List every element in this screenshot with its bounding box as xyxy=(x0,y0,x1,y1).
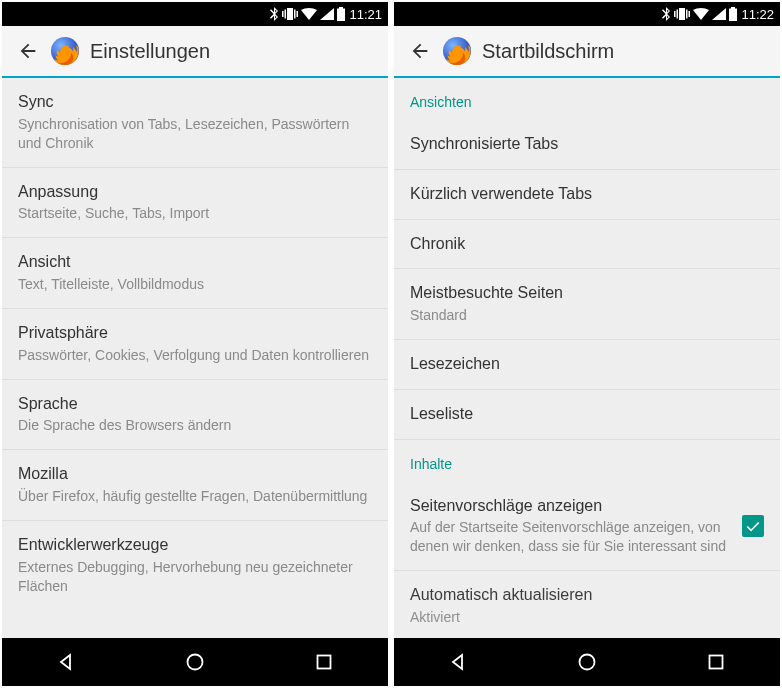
settings-item-sync[interactable]: Sync Synchronisation von Tabs, Lesezeich… xyxy=(2,78,388,168)
item-title: Sync xyxy=(18,92,372,113)
signal-icon xyxy=(320,8,334,20)
square-recent-icon xyxy=(707,653,725,671)
wifi-icon xyxy=(301,8,317,20)
nav-bar xyxy=(2,638,388,686)
item-sub: Standard xyxy=(410,306,764,325)
action-bar: Startbildschirm xyxy=(394,26,780,78)
svg-point-0 xyxy=(187,655,202,670)
nav-bar xyxy=(394,638,780,686)
view-item-meistbesuchte[interactable]: Meistbesuchte Seiten Standard xyxy=(394,269,780,340)
triangle-back-icon xyxy=(56,652,76,672)
item-sub: Externes Debugging, Hervorhebung neu gez… xyxy=(18,558,372,596)
arrow-left-icon xyxy=(409,40,431,62)
homescreen-list: Ansichten Synchronisierte Tabs Kürzlich … xyxy=(394,78,780,638)
status-time: 11:22 xyxy=(741,7,774,22)
item-title: Automatisch aktualisieren xyxy=(410,585,764,606)
section-header-inhalte: Inhalte xyxy=(394,440,780,482)
settings-item-entwickler[interactable]: Entwicklerwerkzeuge Externes Debugging, … xyxy=(2,521,388,610)
circle-home-icon xyxy=(185,652,205,672)
nav-recent-button[interactable] xyxy=(686,642,746,682)
nav-back-button[interactable] xyxy=(36,642,96,682)
item-sub: Die Sprache des Browsers ändern xyxy=(18,416,372,435)
item-sub: Aktiviert xyxy=(410,608,764,627)
vibrate-icon xyxy=(282,7,298,21)
status-icons xyxy=(661,7,737,21)
phone-right: 11:22 Startbildschirm Ansichten Synchron… xyxy=(394,2,780,686)
page-title: Startbildschirm xyxy=(482,40,614,63)
item-sub: Text, Titelleiste, Vollbildmodus xyxy=(18,275,372,294)
item-sub: Auf der Startseite Seitenvorschläge anze… xyxy=(410,518,734,556)
item-sub: Startseite, Suche, Tabs, Import xyxy=(18,204,372,223)
nav-home-button[interactable] xyxy=(165,642,225,682)
back-button[interactable] xyxy=(406,37,434,65)
arrow-left-icon xyxy=(17,40,39,62)
firefox-logo xyxy=(442,36,472,66)
item-title: Synchronisierte Tabs xyxy=(410,134,764,155)
content-item-seitenvorschlaege[interactable]: Seitenvorschläge anzeigen Auf der Starts… xyxy=(394,482,780,572)
item-sub: Über Firefox, häufig gestellte Fragen, D… xyxy=(18,487,372,506)
section-header-ansichten: Ansichten xyxy=(394,78,780,120)
nav-home-button[interactable] xyxy=(557,642,617,682)
status-time: 11:21 xyxy=(349,7,382,22)
settings-list: Sync Synchronisation von Tabs, Lesezeich… xyxy=(2,78,388,638)
nav-back-button[interactable] xyxy=(428,642,488,682)
bluetooth-icon xyxy=(269,7,279,21)
item-sub: Passwörter, Cookies, Verfolgung und Date… xyxy=(18,346,372,365)
signal-icon xyxy=(712,8,726,20)
svg-rect-1 xyxy=(317,656,330,669)
back-button[interactable] xyxy=(14,37,42,65)
item-sub: Synchronisation von Tabs, Lesezeichen, P… xyxy=(18,115,372,153)
item-title: Chronik xyxy=(410,234,764,255)
item-title: Sprache xyxy=(18,394,372,415)
vibrate-icon xyxy=(674,7,690,21)
item-title: Kürzlich verwendete Tabs xyxy=(410,184,764,205)
item-title: Lesezeichen xyxy=(410,354,764,375)
action-bar: Einstellungen xyxy=(2,26,388,78)
settings-item-mozilla[interactable]: Mozilla Über Firefox, häufig gestellte F… xyxy=(2,450,388,521)
square-recent-icon xyxy=(315,653,333,671)
view-item-recent-tabs[interactable]: Kürzlich verwendete Tabs xyxy=(394,170,780,220)
view-item-sync-tabs[interactable]: Synchronisierte Tabs xyxy=(394,120,780,170)
phone-left: 11:21 Einstellungen Sync Synchronisation… xyxy=(2,2,388,686)
settings-item-ansicht[interactable]: Ansicht Text, Titelleiste, Vollbildmodus xyxy=(2,238,388,309)
content-item-auto-update[interactable]: Automatisch aktualisieren Aktiviert xyxy=(394,571,780,631)
status-icons xyxy=(269,7,345,21)
settings-item-sprache[interactable]: Sprache Die Sprache des Browsers ändern xyxy=(2,380,388,451)
item-title: Ansicht xyxy=(18,252,372,273)
firefox-logo xyxy=(50,36,80,66)
circle-home-icon xyxy=(577,652,597,672)
item-title: Privatsphäre xyxy=(18,323,372,344)
settings-item-anpassung[interactable]: Anpassung Startseite, Suche, Tabs, Impor… xyxy=(2,168,388,239)
status-bar: 11:21 xyxy=(2,2,388,26)
triangle-back-icon xyxy=(448,652,468,672)
svg-rect-3 xyxy=(709,656,722,669)
wifi-icon xyxy=(693,8,709,20)
checkbox-seitenvorschlaege[interactable] xyxy=(742,515,764,537)
settings-item-privatsphaere[interactable]: Privatsphäre Passwörter, Cookies, Verfol… xyxy=(2,309,388,380)
nav-recent-button[interactable] xyxy=(294,642,354,682)
battery-icon xyxy=(337,7,345,21)
battery-icon xyxy=(729,7,737,21)
item-title: Seitenvorschläge anzeigen xyxy=(410,496,734,517)
item-title: Anpassung xyxy=(18,182,372,203)
item-title: Mozilla xyxy=(18,464,372,485)
view-item-lesezeichen[interactable]: Lesezeichen xyxy=(394,340,780,390)
svg-point-2 xyxy=(579,655,594,670)
view-item-leseliste[interactable]: Leseliste xyxy=(394,390,780,440)
bluetooth-icon xyxy=(661,7,671,21)
item-title: Leseliste xyxy=(410,404,764,425)
view-item-chronik[interactable]: Chronik xyxy=(394,220,780,270)
item-title: Entwicklerwerkzeuge xyxy=(18,535,372,556)
item-title: Meistbesuchte Seiten xyxy=(410,283,764,304)
page-title: Einstellungen xyxy=(90,40,210,63)
check-icon xyxy=(745,518,761,534)
status-bar: 11:22 xyxy=(394,2,780,26)
